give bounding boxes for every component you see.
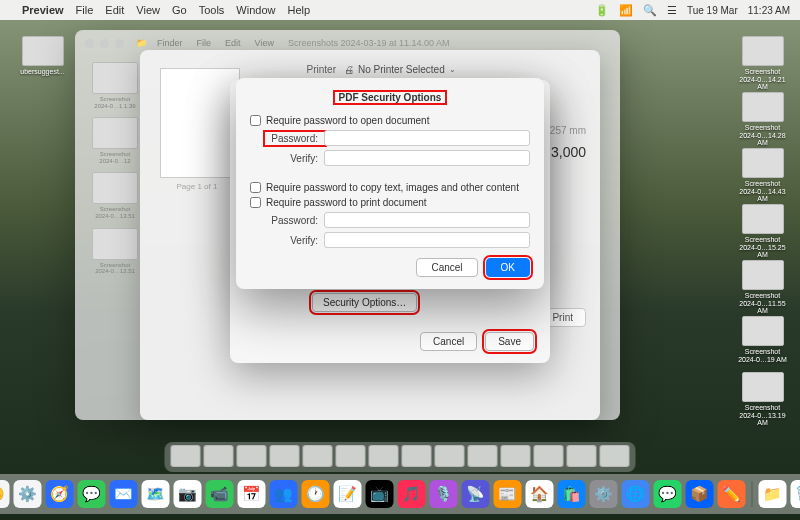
open-verify-input[interactable]	[324, 150, 530, 166]
minimized-window[interactable]	[303, 445, 333, 467]
menu-file[interactable]: File	[76, 4, 94, 16]
security-cancel-button[interactable]: Cancel	[416, 258, 477, 277]
perm-password-label: Password:	[266, 215, 324, 226]
dock-app[interactable]: 📝	[334, 480, 362, 508]
dock-app[interactable]: 🕐	[302, 480, 330, 508]
minimized-window[interactable]	[336, 445, 366, 467]
minimized-window[interactable]	[237, 445, 267, 467]
minimized-window[interactable]	[600, 445, 630, 467]
dock-app[interactable]: 📰	[494, 480, 522, 508]
menu-edit[interactable]: Edit	[105, 4, 124, 16]
save-cancel-button[interactable]: Cancel	[420, 332, 477, 351]
dock-app[interactable]: 🧭	[46, 480, 74, 508]
menu-window[interactable]: Window	[236, 4, 275, 16]
minimized-windows	[165, 442, 636, 472]
minimized-window[interactable]	[468, 445, 498, 467]
sidebar-thumb[interactable]: Screenshot2024-0…1.1.39	[81, 62, 149, 109]
minimized-window[interactable]	[171, 445, 201, 467]
menubar: Preview File Edit View Go Tools Window H…	[0, 0, 800, 20]
open-password-input[interactable]	[324, 130, 530, 146]
dock: 😀⚙️🧭💬✉️🗺️📷📹📅👥🕐📝📺🎵🎙️📡📰🏠🛍️⚙️🌐💬📦✏️📁🗑️	[0, 474, 800, 514]
desktop-screenshot[interactable]: Screenshot2024-0…14.43 AM	[735, 148, 790, 203]
dock-app[interactable]: 📹	[206, 480, 234, 508]
print-icon: 🖨	[344, 64, 354, 75]
desktop-file[interactable]: ubersuggest...	[15, 36, 70, 76]
dock-app[interactable]: 👥	[270, 480, 298, 508]
menubar-right: 🔋 📶 🔍 ☰ Tue 19 Mar 11:23 AM	[595, 4, 790, 17]
print-password-checkbox[interactable]: Require password to print document	[250, 197, 530, 208]
minimized-window[interactable]	[567, 445, 597, 467]
menu-go[interactable]: Go	[172, 4, 187, 16]
dock-app[interactable]: ✉️	[110, 480, 138, 508]
menu-help[interactable]: Help	[287, 4, 310, 16]
dock-app[interactable]: 📡	[462, 480, 490, 508]
printer-label: Printer	[254, 64, 344, 75]
printer-value[interactable]: No Printer Selected	[358, 64, 445, 75]
dock-app[interactable]: 📷	[174, 480, 202, 508]
verify-label: Verify:	[266, 153, 324, 164]
app-name[interactable]: Preview	[22, 4, 64, 16]
password-label: Password:	[266, 133, 324, 144]
wifi-icon: 📶	[619, 4, 633, 17]
desktop-screenshot[interactable]: Screenshot2024-0…19 AM	[735, 316, 790, 363]
dock-app[interactable]: 🎙️	[430, 480, 458, 508]
dock-app[interactable]: 🏠	[526, 480, 554, 508]
dock-app[interactable]: 🛍️	[558, 480, 586, 508]
dock-app[interactable]: 🗑️	[791, 480, 801, 508]
dock-app[interactable]: ✏️	[718, 480, 746, 508]
minimized-window[interactable]	[204, 445, 234, 467]
dock-app[interactable]: 🎵	[398, 480, 426, 508]
save-button[interactable]: Save	[485, 332, 534, 351]
perm-verify-input[interactable]	[324, 232, 530, 248]
minimized-window[interactable]	[435, 445, 465, 467]
pdf-security-dialog: PDF Security Options Require password to…	[236, 78, 544, 289]
security-options-button[interactable]: Security Options…	[312, 293, 417, 312]
dock-app[interactable]: 📦	[686, 480, 714, 508]
desktop-screenshot[interactable]: Screenshot2024-0…13.19 AM	[735, 372, 790, 427]
window-title: Screenshots 2024-03-19 at 11.14.00 AM	[288, 38, 450, 48]
finder-icon: 📁	[136, 38, 147, 48]
control-center-icon[interactable]: ☰	[667, 4, 677, 17]
minimized-window[interactable]	[270, 445, 300, 467]
minimized-window[interactable]	[501, 445, 531, 467]
print-preview	[160, 68, 240, 178]
menubar-date[interactable]: Tue 19 Mar	[687, 5, 738, 16]
open-password-checkbox[interactable]: Require password to open document	[250, 115, 530, 126]
menu-view[interactable]: View	[136, 4, 160, 16]
desktop-screenshot[interactable]: Screenshot2024-0…11.55 AM	[735, 260, 790, 315]
dock-app[interactable]: ⚙️	[14, 480, 42, 508]
sidebar-thumb[interactable]: Screenshot2024-0…12.51	[81, 228, 149, 275]
minimized-window[interactable]	[369, 445, 399, 467]
sidebar-thumb[interactable]: Screenshot2024-0…13.51	[81, 172, 149, 219]
print-number: 3,000	[551, 144, 586, 160]
dock-app[interactable]: 🗺️	[142, 480, 170, 508]
desktop-screenshot[interactable]: Screenshot2024-0…15.25 AM	[735, 204, 790, 259]
battery-icon: 🔋	[595, 4, 609, 17]
security-ok-button[interactable]: OK	[486, 258, 530, 277]
minimized-window[interactable]	[534, 445, 564, 467]
perm-password-input[interactable]	[324, 212, 530, 228]
dock-app[interactable]: 💬	[654, 480, 682, 508]
dock-app[interactable]: 📺	[366, 480, 394, 508]
search-icon[interactable]: 🔍	[643, 4, 657, 17]
menubar-time[interactable]: 11:23 AM	[748, 5, 790, 16]
minimized-window[interactable]	[402, 445, 432, 467]
copy-password-checkbox[interactable]: Require password to copy text, images an…	[250, 182, 530, 193]
desktop-screenshot[interactable]: Screenshot2024-0…14.21 AM	[735, 36, 790, 91]
dock-app[interactable]: 📅	[238, 480, 266, 508]
dock-app[interactable]: 🌐	[622, 480, 650, 508]
dock-app[interactable]: 💬	[78, 480, 106, 508]
dialog-title: PDF Security Options	[333, 90, 448, 105]
dock-app[interactable]: 📁	[759, 480, 787, 508]
dock-app[interactable]: 😀	[0, 480, 10, 508]
menu-tools[interactable]: Tools	[199, 4, 225, 16]
perm-verify-label: Verify:	[266, 235, 324, 246]
desktop-screenshot[interactable]: Screenshot2024-0…14.28 AM	[735, 92, 790, 147]
dock-app[interactable]: ⚙️	[590, 480, 618, 508]
sidebar-thumb[interactable]: Screenshot2024-0…12	[81, 117, 149, 164]
